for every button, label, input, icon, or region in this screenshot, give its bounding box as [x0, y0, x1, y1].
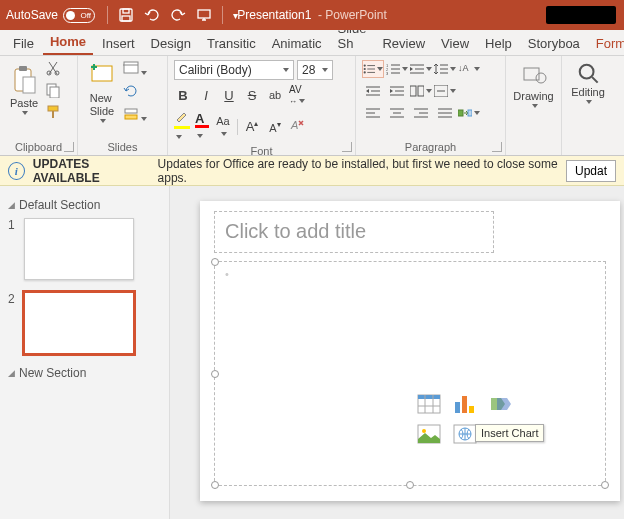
- content-placeholder[interactable]: Insert Chart: [214, 261, 606, 486]
- redo-icon[interactable]: [170, 7, 186, 23]
- account-block[interactable]: [546, 6, 616, 24]
- group-label-slides: Slides: [84, 139, 161, 153]
- info-icon: i: [8, 162, 25, 180]
- tab-file[interactable]: File: [6, 31, 41, 55]
- align-left-button[interactable]: [362, 104, 384, 122]
- tab-storyboard[interactable]: Storyboa: [521, 31, 587, 55]
- clear-formatting-button[interactable]: A: [289, 117, 305, 136]
- paragraph-launcher[interactable]: [492, 142, 502, 152]
- title-placeholder[interactable]: Click to add title: [214, 211, 494, 253]
- svg-rect-1: [123, 9, 129, 13]
- line-spacing-icon: [434, 63, 448, 75]
- highlight-color-button[interactable]: [174, 110, 190, 143]
- handle-w[interactable]: [211, 370, 219, 378]
- decrease-indent-button[interactable]: [362, 82, 384, 100]
- tab-insert[interactable]: Insert: [95, 31, 142, 55]
- copy-icon[interactable]: [45, 82, 61, 98]
- svg-rect-7: [19, 66, 27, 71]
- drawing-button[interactable]: Drawing: [512, 60, 555, 110]
- shadow-button[interactable]: ab: [266, 89, 284, 101]
- tab-home[interactable]: Home: [43, 29, 93, 55]
- indent-more-button[interactable]: [410, 60, 432, 78]
- autosave-control[interactable]: AutoSave Off: [6, 8, 95, 23]
- svg-rect-18: [124, 62, 138, 73]
- section-default[interactable]: ◢ Default Section: [8, 198, 161, 212]
- underline-button[interactable]: U: [220, 88, 238, 103]
- handle-se[interactable]: [601, 481, 609, 489]
- group-font: Calibri (Body) 28 B I U S ab AV↔: [168, 56, 356, 155]
- cut-icon[interactable]: [45, 60, 61, 76]
- undo-icon[interactable]: [144, 7, 160, 23]
- align-text-button[interactable]: [434, 82, 456, 100]
- columns-button[interactable]: [410, 82, 432, 100]
- section-icon: [123, 106, 139, 122]
- layout-button[interactable]: [123, 60, 147, 79]
- slide-editor[interactable]: Click to add title Insert Chart: [170, 186, 624, 519]
- tab-design[interactable]: Design: [144, 31, 198, 55]
- insert-picture-button[interactable]: [415, 422, 443, 446]
- change-case-button[interactable]: Aa: [214, 115, 232, 139]
- increase-indent-button[interactable]: [386, 82, 408, 100]
- section-button[interactable]: [123, 106, 147, 125]
- svg-point-27: [364, 71, 366, 73]
- editing-button[interactable]: Editing: [568, 60, 608, 106]
- char-spacing-button[interactable]: AV↔: [289, 84, 305, 106]
- svg-rect-64: [458, 110, 463, 116]
- new-slide-button[interactable]: New Slide: [84, 60, 120, 124]
- autosave-toggle[interactable]: Off: [63, 8, 95, 23]
- justify-button[interactable]: [434, 104, 456, 122]
- insert-chart-button[interactable]: [451, 392, 479, 416]
- start-from-beginning-icon[interactable]: [196, 7, 212, 23]
- clipboard-launcher[interactable]: [64, 142, 74, 152]
- reset-button[interactable]: [123, 83, 147, 102]
- tab-help[interactable]: Help: [478, 31, 519, 55]
- update-notification-bar: i UPDATES AVAILABLE Updates for Office a…: [0, 156, 624, 186]
- handle-sw[interactable]: [211, 481, 219, 489]
- group-label-clipboard: Clipboard: [6, 139, 71, 153]
- svg-rect-3: [198, 10, 210, 18]
- italic-button[interactable]: I: [197, 88, 215, 103]
- tab-review[interactable]: Review: [375, 31, 432, 55]
- insert-table-button[interactable]: [415, 392, 443, 416]
- font-name-combo[interactable]: Calibri (Body): [174, 60, 294, 80]
- shrink-font-button[interactable]: A▾: [266, 120, 284, 134]
- thumbnail-1[interactable]: 1: [8, 218, 161, 280]
- insert-smartart-button[interactable]: [487, 392, 515, 416]
- align-center-button[interactable]: [386, 104, 408, 122]
- section-new[interactable]: ◢ New Section: [8, 366, 161, 380]
- handle-nw[interactable]: [211, 258, 219, 266]
- paste-button[interactable]: Paste: [6, 63, 42, 117]
- tab-transitions[interactable]: Transitic: [200, 31, 263, 55]
- tab-animations[interactable]: Animatic: [265, 31, 329, 55]
- smartart-button[interactable]: [458, 104, 480, 122]
- update-button[interactable]: Updat: [566, 160, 616, 182]
- group-label-font: Font: [174, 143, 349, 157]
- thumbnail-2[interactable]: 2: [8, 292, 161, 354]
- handle-s[interactable]: [406, 481, 414, 489]
- font-launcher[interactable]: [342, 142, 352, 152]
- tab-view[interactable]: View: [434, 31, 476, 55]
- font-color-button[interactable]: A: [195, 111, 209, 142]
- autosave-label: AutoSave: [6, 8, 58, 22]
- online-picture-icon: [453, 424, 477, 444]
- bold-button[interactable]: B: [174, 88, 192, 103]
- save-icon[interactable]: [118, 7, 134, 23]
- svg-rect-12: [50, 87, 59, 98]
- slide-canvas[interactable]: Click to add title Insert Chart: [200, 201, 620, 501]
- numbering-button[interactable]: 123: [386, 60, 408, 78]
- paste-icon: [11, 65, 37, 95]
- slide-thumbnail-pane[interactable]: ◢ Default Section 1 2 ◢ New Section: [0, 186, 170, 519]
- bullets-button[interactable]: [362, 60, 384, 78]
- tab-format[interactable]: Format: [589, 31, 624, 55]
- svg-point-79: [422, 429, 426, 433]
- font-size-combo[interactable]: 28: [297, 60, 333, 80]
- thumb-slide-2[interactable]: [24, 292, 134, 354]
- format-painter-icon[interactable]: [45, 104, 61, 120]
- grow-font-button[interactable]: A▴: [243, 119, 261, 134]
- align-right-button[interactable]: [410, 104, 432, 122]
- strike-button[interactable]: S: [243, 88, 261, 103]
- text-direction-button[interactable]: ↓A: [458, 60, 480, 78]
- line-spacing-button[interactable]: [434, 60, 456, 78]
- thumb-slide-1[interactable]: [24, 218, 134, 280]
- align-right-icon: [414, 107, 428, 119]
